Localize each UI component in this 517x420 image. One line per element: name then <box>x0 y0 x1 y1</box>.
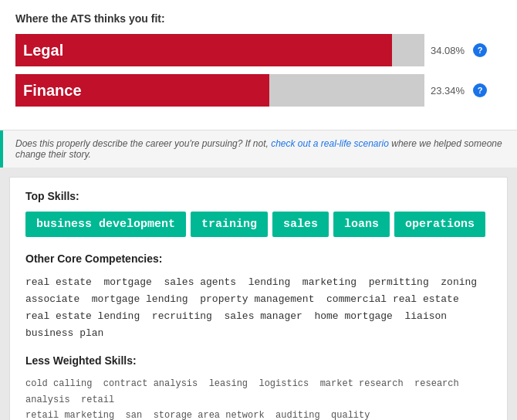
finance-bar-fill: Finance <box>15 74 269 107</box>
finance-help-icon[interactable]: ? <box>473 83 487 97</box>
other-competencies-title: Other Core Competencies: <box>25 252 492 265</box>
info-bar-text-before: Does this properly describe the career y… <box>15 138 269 149</box>
skills-badges-container: business development training sales loan… <box>25 212 492 237</box>
less-weighted-text: cold calling contract analysis leasing l… <box>25 376 492 420</box>
legal-bar-container: Legal <box>15 34 424 66</box>
skill-badge-business-development: business development <box>25 212 186 237</box>
other-competencies-section: Other Core Competencies: real estate mor… <box>25 252 492 342</box>
finance-bar-label: Finance <box>23 82 82 100</box>
finance-bar-container: Finance <box>15 74 424 107</box>
legal-bar-row: Legal 34.08% ? <box>15 34 502 66</box>
main-card: Top Skills: business development trainin… <box>9 177 508 420</box>
legal-bar-percent: 34.08% <box>431 45 473 56</box>
skill-badge-sales: sales <box>272 212 329 237</box>
less-weighted-section: Less Weighted Skills: cold calling contr… <box>25 354 492 420</box>
finance-bar-percent: 23.34% <box>431 85 473 97</box>
top-skills-title: Top Skills: <box>25 190 492 202</box>
legal-bar-label: Legal <box>23 42 63 59</box>
finance-bar-row: Finance 23.34% ? <box>15 74 502 107</box>
info-bar-link[interactable]: check out a real-life scenario <box>271 138 389 149</box>
top-card-title: Where the ATS thinks you fit: <box>15 12 502 25</box>
skill-badge-loans: loans <box>333 212 390 237</box>
legal-bar-fill: Legal <box>15 34 392 66</box>
skill-badge-operations: operations <box>394 212 485 237</box>
less-weighted-title: Less Weighted Skills: <box>25 354 492 367</box>
top-card: Where the ATS thinks you fit: Legal 34.0… <box>0 0 517 130</box>
legal-help-icon[interactable]: ? <box>473 43 487 57</box>
info-bar: Does this properly describe the career y… <box>0 130 517 168</box>
skill-badge-training: training <box>191 212 268 237</box>
other-competencies-text: real estate mortgage sales agents lendin… <box>25 274 492 342</box>
